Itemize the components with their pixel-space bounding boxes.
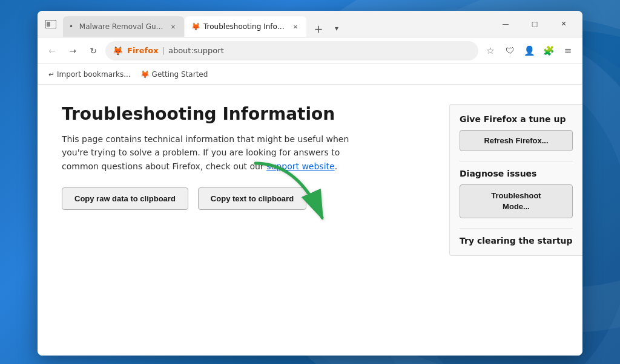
close-button[interactable]: ✕ bbox=[550, 15, 578, 34]
page-content: Troubleshooting Information This page co… bbox=[38, 85, 582, 356]
tab-1-favicon: • bbox=[69, 22, 76, 31]
maximize-button[interactable]: □ bbox=[521, 15, 549, 34]
forward-button[interactable]: → bbox=[64, 42, 81, 59]
shield-button[interactable]: 🛡 bbox=[501, 42, 518, 59]
firefox-favicon: 🦊 bbox=[113, 46, 122, 56]
account-button[interactable]: 👤 bbox=[521, 42, 538, 59]
window-controls: — □ ✕ bbox=[492, 15, 578, 34]
refresh-firefox-button[interactable]: Refresh Firefox... bbox=[460, 130, 573, 151]
bookmark-import[interactable]: ↵ Import bookmarks... bbox=[45, 68, 134, 80]
svg-rect-4 bbox=[47, 22, 50, 27]
window-manager-icon[interactable] bbox=[42, 16, 59, 33]
tab-2-label: Troubleshooting Information bbox=[203, 22, 287, 31]
tab-troubleshooting[interactable]: 🦊 Troubleshooting Information ✕ bbox=[185, 16, 306, 37]
getting-started-label: Getting Started bbox=[152, 70, 208, 79]
tabs-container: • Malware Removal Guide - Lear ✕ 🦊 Troub… bbox=[63, 11, 487, 37]
menu-button[interactable]: ≡ bbox=[559, 42, 576, 59]
troubleshoot-line2: Mode... bbox=[503, 202, 530, 211]
bookmark-getting-started[interactable]: 🦊 Getting Started bbox=[137, 68, 212, 80]
tab-1-label: Malware Removal Guide - Lear bbox=[79, 22, 165, 31]
browser-window: • Malware Removal Guide - Lear ✕ 🦊 Troub… bbox=[38, 11, 582, 356]
address-text: Firefox | about:support bbox=[127, 46, 224, 55]
tab-2-close[interactable]: ✕ bbox=[291, 22, 300, 31]
clearing-startup-title: Try clearing the startup bbox=[460, 236, 573, 245]
address-url: about:support bbox=[168, 46, 224, 55]
extensions-button[interactable]: 🧩 bbox=[540, 42, 557, 59]
right-panel: Give Firefox a tune up Refresh Firefox..… bbox=[449, 104, 582, 256]
troubleshoot-mode-button[interactable]: Troubleshoot Mode... bbox=[460, 184, 573, 218]
new-tab-button[interactable]: + bbox=[310, 20, 327, 37]
tab-malware-guide[interactable]: • Malware Removal Guide - Lear ✕ bbox=[63, 16, 184, 37]
address-brand: Firefox bbox=[127, 46, 159, 55]
import-icon: ↵ bbox=[48, 70, 54, 79]
tab-dropdown-button[interactable]: ▾ bbox=[328, 20, 345, 37]
import-label: Import bookmarks... bbox=[57, 70, 131, 79]
panel-divider-1 bbox=[460, 161, 573, 161]
tab-1-close[interactable]: ✕ bbox=[168, 22, 178, 31]
diagnose-title: Diagnose issues bbox=[460, 169, 573, 178]
page-description: This page contains technical information… bbox=[62, 132, 364, 173]
address-separator: | bbox=[162, 46, 165, 55]
navigation-bar: ← → ↻ 🦊 Firefox | about:support ☆ 🛡 👤 🧩 … bbox=[38, 37, 582, 64]
tab-2-favicon: 🦊 bbox=[191, 22, 200, 31]
nav-icons: ☆ 🛡 👤 🧩 ≡ bbox=[482, 42, 576, 59]
back-button[interactable]: ← bbox=[44, 42, 61, 59]
copy-text-button[interactable]: Copy text to clipboard bbox=[198, 187, 306, 210]
panel-divider-2 bbox=[460, 228, 573, 229]
copy-raw-button[interactable]: Copy raw data to clipboard bbox=[62, 187, 188, 210]
troubleshoot-line1: Troubleshoot bbox=[491, 191, 541, 200]
reload-button[interactable]: ↻ bbox=[85, 42, 102, 59]
getting-started-icon: 🦊 bbox=[140, 70, 150, 79]
bookmark-star-button[interactable]: ☆ bbox=[482, 42, 499, 59]
minimize-button[interactable]: — bbox=[492, 15, 519, 34]
description-part2: . bbox=[335, 161, 337, 171]
bookmarks-bar: ↵ Import bookmarks... 🦊 Getting Started bbox=[38, 64, 582, 85]
tune-up-title: Give Firefox a tune up bbox=[460, 114, 573, 124]
title-bar: • Malware Removal Guide - Lear ✕ 🦊 Troub… bbox=[38, 11, 582, 37]
address-bar[interactable]: 🦊 Firefox | about:support bbox=[105, 41, 478, 60]
support-link[interactable]: support website bbox=[266, 161, 334, 171]
